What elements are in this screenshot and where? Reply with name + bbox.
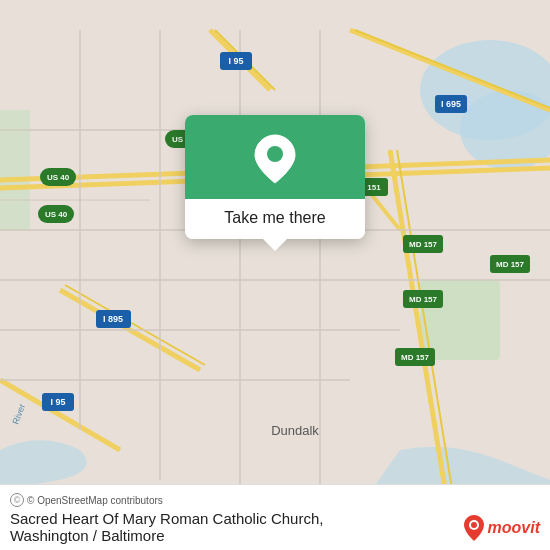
- popup-card: Take me there: [185, 115, 365, 239]
- svg-text:MD 157: MD 157: [409, 240, 438, 249]
- svg-text:MD 157: MD 157: [496, 260, 525, 269]
- copyright-icon: ©: [10, 493, 24, 507]
- copyright-text: © OpenStreetMap contributors: [27, 495, 163, 506]
- svg-text:I 95: I 95: [228, 56, 243, 66]
- svg-text:I 695: I 695: [441, 99, 461, 109]
- location-pin-icon: [253, 133, 297, 185]
- popup-tail: [263, 239, 287, 251]
- svg-text:Dundalk: Dundalk: [271, 423, 319, 438]
- svg-text:I 95: I 95: [50, 397, 65, 407]
- popup-button-area: Take me there: [185, 199, 365, 239]
- take-me-there-button[interactable]: Take me there: [224, 209, 325, 227]
- place-subtitle: Washington / Baltimore: [10, 527, 323, 544]
- svg-text:US 40: US 40: [47, 173, 70, 182]
- place-name: Sacred Heart Of Mary Roman Catholic Chur…: [10, 510, 323, 527]
- svg-point-53: [267, 146, 283, 162]
- svg-point-55: [471, 522, 477, 528]
- bottom-bar: © © OpenStreetMap contributors Sacred He…: [0, 484, 550, 550]
- map-container: I 95 US 40 US 40 US 40 I 695 D 151 MD 15…: [0, 0, 550, 550]
- moovit-pin-icon: [463, 514, 485, 542]
- moovit-text: moovit: [488, 519, 540, 537]
- moovit-logo: moovit: [463, 514, 540, 542]
- popup-green-header: [185, 115, 365, 199]
- svg-rect-4: [0, 110, 30, 230]
- svg-text:I 895: I 895: [103, 314, 123, 324]
- svg-text:MD 157: MD 157: [401, 353, 430, 362]
- copyright-line: © © OpenStreetMap contributors: [10, 493, 540, 507]
- svg-text:MD 157: MD 157: [409, 295, 438, 304]
- svg-text:US 40: US 40: [45, 210, 68, 219]
